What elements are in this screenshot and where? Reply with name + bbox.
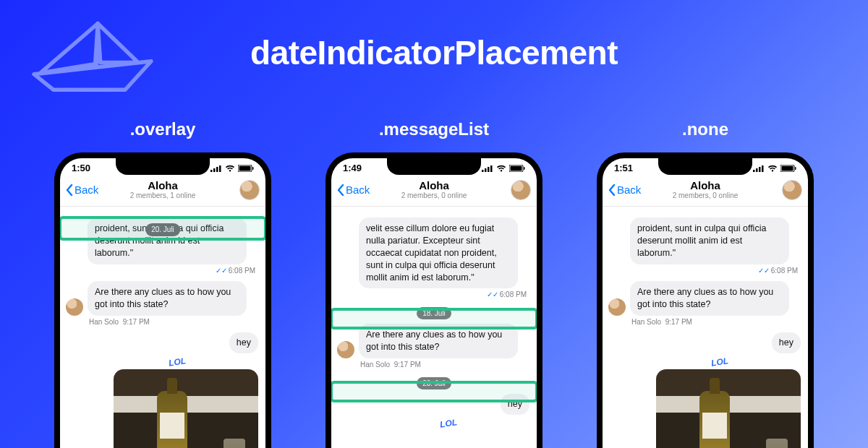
message-timestamp: ✓✓6:08 PM <box>60 266 265 279</box>
svg-rect-8 <box>485 168 487 172</box>
svg-rect-20 <box>795 167 796 170</box>
wifi-icon <box>767 165 778 172</box>
message-image[interactable] <box>114 369 258 448</box>
svg-rect-2 <box>216 167 218 172</box>
date-separator: 20. Juli <box>331 377 537 390</box>
message-out: hey <box>501 394 529 415</box>
notch <box>658 158 752 175</box>
back-button[interactable]: Back <box>608 184 641 196</box>
avatar <box>66 298 83 316</box>
message-out: hey <box>229 332 258 353</box>
svg-rect-7 <box>482 170 484 172</box>
back-label: Back <box>75 184 98 196</box>
sender-line: Han Solo 9:17 PM <box>60 317 265 330</box>
message-in: Are there any clues as to how you got in… <box>630 281 789 316</box>
notch <box>116 158 210 175</box>
avatar <box>608 298 626 316</box>
svg-rect-5 <box>239 165 251 171</box>
battery-icon <box>509 165 525 172</box>
message-timestamp: ✓✓6:08 PM <box>331 290 537 303</box>
wifi-icon <box>496 165 506 172</box>
chat-area[interactable]: proident, sunt in culpa qui officia dese… <box>60 216 265 448</box>
nav-bar: Back Aloha 2 members, 0 online <box>331 175 537 207</box>
phone-messagelist: 1:49 Back Aloha 2 members, 0 online <box>326 152 542 448</box>
sender-line: Han Solo 9:17 PM <box>603 317 808 330</box>
date-separator: 18. Juli <box>331 307 537 320</box>
read-check-icon: ✓✓ <box>758 267 770 275</box>
date-pill: 18. Juli <box>417 307 451 320</box>
message-image[interactable] <box>656 369 801 448</box>
status-time: 1:50 <box>72 163 90 173</box>
status-time: 1:51 <box>614 163 633 173</box>
read-check-icon: ✓✓ <box>216 267 227 275</box>
signal-icon <box>210 165 222 172</box>
phone-none: 1:51 Back Aloha 2 members, 0 online <box>597 152 814 448</box>
notch <box>387 158 481 175</box>
status-icons <box>753 165 796 172</box>
back-label: Back <box>617 184 641 196</box>
svg-rect-14 <box>753 170 755 172</box>
avatar <box>337 341 354 358</box>
signal-icon <box>482 165 493 172</box>
message-in: velit esse cillum dolore eu fugiat nulla… <box>359 217 518 288</box>
battery-icon <box>238 165 254 172</box>
read-check-icon: ✓✓ <box>487 290 498 298</box>
wifi-icon <box>225 165 235 172</box>
reaction-lol: LOL <box>710 356 729 369</box>
svg-rect-1 <box>213 168 216 172</box>
message-in: Are there any clues as to how you got in… <box>88 281 247 316</box>
status-icons <box>210 165 254 172</box>
col-label-overlay: .overlay <box>130 119 196 139</box>
message-out: hey <box>772 332 801 353</box>
svg-rect-10 <box>490 165 493 172</box>
svg-rect-3 <box>219 165 221 172</box>
status-icons <box>482 165 525 172</box>
svg-rect-6 <box>252 167 254 170</box>
back-button[interactable]: Back <box>66 184 98 196</box>
svg-rect-15 <box>756 168 758 172</box>
col-label-none: .none <box>682 119 728 139</box>
col-messagelist: .messageList 1:49 Back Aloha 2 members, <box>326 119 542 448</box>
svg-rect-0 <box>210 170 213 172</box>
message-timestamp: ✓✓6:08 PM <box>603 266 808 279</box>
back-label: Back <box>346 184 370 196</box>
svg-rect-12 <box>511 165 522 171</box>
phone-overlay: 1:50 Back Aloha 2 members, 1 online <box>54 152 271 448</box>
col-none: .none 1:51 Back Aloha 2 members, 0 onlin <box>597 119 814 448</box>
date-overlay-pill: 20. Juli <box>145 223 180 236</box>
chevron-left-icon <box>337 184 344 196</box>
date-pill: 20. Juli <box>417 377 451 390</box>
sender-line: Han Solo 9:17 PM <box>331 360 537 373</box>
columns: .overlay 1:50 Back Aloha 2 members, 1 on <box>0 119 868 448</box>
chat-area[interactable]: velit esse cillum dolore eu fugiat nulla… <box>331 216 537 448</box>
col-overlay: .overlay 1:50 Back Aloha 2 members, 1 on <box>54 119 271 448</box>
message-in: Are there any clues as to how you got in… <box>359 324 518 358</box>
chevron-left-icon <box>608 184 616 196</box>
reaction-lol: LOL <box>439 416 458 430</box>
avatar[interactable] <box>511 180 531 200</box>
back-button[interactable]: Back <box>337 184 370 196</box>
svg-rect-13 <box>524 167 525 170</box>
nav-bar: Back Aloha 2 members, 0 online <box>603 175 808 207</box>
battery-icon <box>780 165 796 172</box>
chevron-left-icon <box>66 184 73 196</box>
signal-icon <box>753 165 765 172</box>
svg-rect-9 <box>488 167 490 172</box>
message-in: proident, sunt in culpa qui officia dese… <box>630 217 789 264</box>
status-time: 1:49 <box>343 163 362 173</box>
col-label-messagelist: .messageList <box>379 119 489 139</box>
svg-rect-19 <box>782 165 793 171</box>
avatar[interactable] <box>239 180 260 200</box>
avatar[interactable] <box>782 180 802 200</box>
chat-area[interactable]: proident, sunt in culpa qui officia dese… <box>603 216 808 448</box>
nav-bar: Back Aloha 2 members, 1 online <box>60 175 265 207</box>
reaction-lol: LOL <box>168 356 187 369</box>
page-title: dateIndicatorPlacement <box>0 33 868 72</box>
svg-rect-17 <box>762 165 764 172</box>
svg-rect-16 <box>759 167 761 172</box>
